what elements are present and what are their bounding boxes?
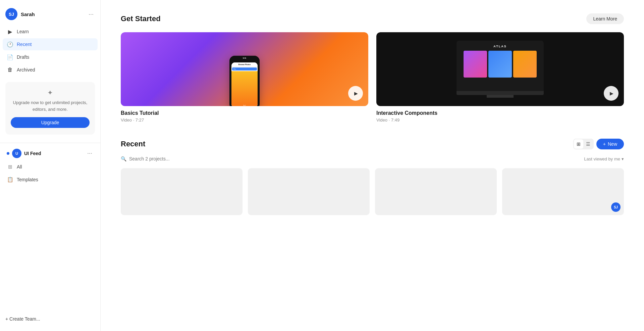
sidebar-item-label-recent: Recent	[17, 42, 32, 47]
project-grid: SJ	[121, 168, 624, 215]
sidebar-item-label-drafts: Drafts	[17, 54, 29, 60]
team-header: U UI Feed ···	[3, 146, 98, 161]
templates-icon: 📋	[7, 176, 13, 183]
project-card[interactable]	[121, 168, 243, 215]
interactive-title: Interactive Components	[376, 110, 624, 116]
sidebar-item-recent[interactable]: 🕐 Recent	[3, 38, 98, 50]
view-toggle: ⊞ ☰	[573, 139, 594, 149]
team-avatar: U	[12, 149, 21, 158]
sidebar-item-label-learn: Learn	[17, 29, 29, 34]
play-icon: ▶	[7, 28, 13, 35]
get-started-title: Get Started	[121, 14, 161, 23]
team-name: UI Feed	[24, 151, 41, 156]
trash-icon: 🗑	[7, 66, 13, 73]
sidebar-item-all[interactable]: ⊞ All	[3, 161, 98, 173]
sort-button[interactable]: Last viewed by me ▾	[584, 156, 624, 161]
chevron-down-icon: ▾	[622, 156, 624, 161]
grid-view-button[interactable]: ⊞	[574, 139, 583, 149]
avatar: SJ	[5, 8, 17, 20]
sidebar-item-archived[interactable]: 🗑 Archived	[3, 64, 98, 76]
grid-icon: ⊞	[7, 163, 13, 170]
recent-header: Recent ⊞ ☰ + New	[121, 139, 624, 149]
sidebar-item-label-templates: Templates	[17, 177, 38, 182]
interactive-meta: Video · 7:49	[376, 117, 624, 123]
nav-section: ▶ Learn 🕐 Recent 📄 Drafts 🗑 Archived	[0, 26, 100, 77]
basics-bg: 9:41 Browse Photos May April	[121, 32, 368, 106]
play-triangle-icon-2: ▶	[610, 91, 613, 96]
upgrade-box: ✦ Upgrade now to get unlimited projects,…	[5, 82, 95, 135]
search-input-wrap: 🔍	[121, 156, 581, 161]
create-team-button[interactable]: + Create Team...	[0, 312, 100, 326]
search-bar: 🔍 Last viewed by me ▾	[121, 156, 624, 161]
drafts-icon: 📄	[7, 54, 13, 60]
upgrade-button[interactable]: Upgrade	[11, 117, 90, 128]
sidebar-item-label-all: All	[17, 164, 22, 170]
basics-thumbnail: 9:41 Browse Photos May April	[121, 32, 368, 106]
laptop-mockup: ATLAS	[457, 41, 544, 98]
interactive-play-button[interactable]: ▶	[604, 86, 619, 101]
user-menu-button[interactable]: ···	[87, 9, 95, 19]
star-icon: ✦	[11, 89, 90, 97]
sort-label: Last viewed by me	[584, 156, 620, 161]
recent-controls: ⊞ ☰ + New	[573, 139, 624, 149]
team-section: U UI Feed ··· ⊞ All 📋 Templates	[0, 146, 100, 186]
basics-title: Basics Tutorial	[121, 110, 368, 116]
search-input[interactable]	[129, 156, 581, 161]
sidebar-item-learn[interactable]: ▶ Learn	[3, 26, 98, 38]
search-icon: 🔍	[121, 156, 126, 161]
sidebar-header: SJ Sarah ···	[0, 5, 100, 26]
video-card-interactive[interactable]: ATLAS ▶ Interactive	[376, 32, 624, 123]
basics-meta: Video · 7:27	[121, 117, 368, 123]
sidebar-item-drafts[interactable]: 📄 Drafts	[3, 51, 98, 63]
recent-title: Recent	[121, 140, 145, 148]
laptop-title: ATLAS	[461, 45, 540, 48]
username: Sarah	[21, 11, 35, 17]
basics-play-button[interactable]: ▶	[348, 86, 363, 101]
upgrade-text: Upgrade now to get unlimited projects, e…	[11, 99, 90, 112]
list-view-button[interactable]: ☰	[583, 139, 593, 149]
project-card[interactable]: SJ	[502, 168, 624, 215]
new-button-label: New	[608, 141, 617, 147]
video-cards: 9:41 Browse Photos May April	[121, 32, 624, 123]
interactive-thumbnail: ATLAS ▶	[376, 32, 624, 106]
team-expand-dot	[7, 152, 9, 155]
avatar: SJ	[611, 202, 621, 212]
sidebar-item-templates[interactable]: 📋 Templates	[3, 174, 98, 186]
team-header-left: U UI Feed	[7, 149, 41, 158]
project-card[interactable]	[248, 168, 370, 215]
laptop-images	[461, 51, 540, 78]
learn-more-button[interactable]: Learn More	[586, 13, 624, 24]
laptop-screen: ATLAS	[457, 41, 544, 91]
video-card-basics[interactable]: 9:41 Browse Photos May April	[121, 32, 368, 123]
user-info: SJ Sarah	[5, 8, 35, 20]
project-card[interactable]	[375, 168, 497, 215]
sidebar-item-label-archived: Archived	[17, 67, 35, 73]
play-triangle-icon: ▶	[354, 91, 358, 96]
get-started-header: Get Started Learn More	[121, 13, 624, 24]
new-project-button[interactable]: + New	[596, 139, 624, 149]
team-menu-button[interactable]: ···	[86, 148, 94, 158]
plus-icon: +	[603, 141, 606, 147]
main-content: Get Started Learn More 9:41	[101, 0, 644, 331]
create-team-label: + Create Team...	[5, 316, 40, 322]
sidebar: SJ Sarah ··· ▶ Learn 🕐 Recent 📄 Drafts 🗑…	[0, 0, 101, 331]
clock-icon: 🕐	[7, 41, 13, 48]
interactive-bg: ATLAS	[376, 32, 624, 106]
